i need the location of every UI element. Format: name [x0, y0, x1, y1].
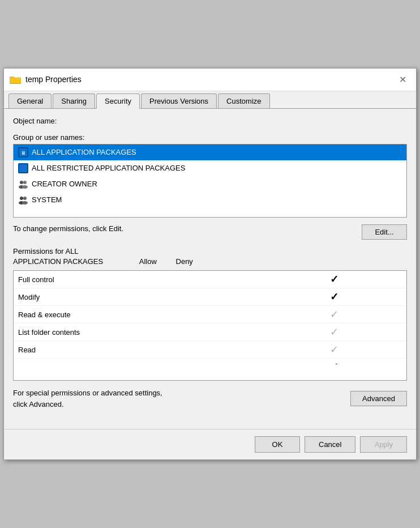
change-permissions-text: To change permissions, click Edit.	[13, 224, 362, 233]
user-item-system[interactable]: SYSTEM	[14, 192, 406, 208]
perm-name-read-execute: Read & execute	[18, 310, 311, 319]
deny-col-header: Deny	[176, 257, 193, 266]
user-item-all-restricted[interactable]: ALL RESTRICTED APPLICATION PACKAGES	[14, 160, 406, 176]
object-name-label: Object name:	[13, 117, 407, 125]
perm-name-list-folder: List folder contents	[18, 328, 311, 337]
special-perms-text: For special permissions or advanced sett…	[13, 388, 345, 410]
perm-row-list-folder: List folder contents ✓	[14, 323, 406, 341]
change-permissions-row: To change permissions, click Edit. Edit.…	[13, 224, 407, 240]
cancel-button[interactable]: Cancel	[305, 436, 355, 453]
user-item-creator-owner[interactable]: CREATOR OWNER	[14, 176, 406, 192]
svg-point-16	[22, 201, 28, 205]
users-list-container: 🖥 ALL APPLICATION PACKAGES ALL RESTRICTE…	[13, 144, 407, 218]
title-bar: temp Properties ✕	[4, 69, 416, 91]
people-icon-1	[18, 179, 28, 189]
close-button[interactable]: ✕	[395, 71, 410, 87]
perm-name-full-control: Full control	[18, 275, 311, 284]
user-label-3: CREATOR OWNER	[32, 180, 97, 188]
perm-name-modify: Modify	[18, 293, 311, 301]
edit-button[interactable]: Edit...	[362, 224, 407, 240]
dialog-footer: OK Cancel Apply	[4, 429, 416, 459]
folder-icon	[10, 75, 21, 84]
svg-text:🖥: 🖥	[21, 150, 26, 156]
perm-name-write: Write	[18, 363, 311, 365]
perm-allow-read: ✓	[311, 343, 357, 356]
tab-previous-versions[interactable]: Previous Versions	[141, 93, 217, 108]
user-label-4: SYSTEM	[32, 195, 62, 204]
perm-allow-full-control: ✓	[311, 273, 357, 286]
svg-point-13	[20, 197, 23, 200]
tab-security[interactable]: Security	[96, 93, 140, 109]
apply-button[interactable]: Apply	[360, 436, 407, 453]
perm-allow-read-execute: ✓	[311, 308, 357, 321]
svg-point-14	[23, 197, 27, 200]
people-icon-2	[18, 195, 28, 205]
group-users-label: Group or user names:	[13, 133, 407, 142]
dialog-window: temp Properties ✕ General Sharing Securi…	[3, 68, 417, 460]
ok-button[interactable]: OK	[255, 436, 300, 453]
network-group-icon-2	[18, 163, 28, 173]
svg-point-9	[20, 181, 23, 184]
permissions-list[interactable]: Full control ✓ Modify ✓ Read & execute ✓	[14, 271, 406, 364]
perm-row-read: Read ✓	[14, 341, 406, 359]
perm-allow-modify: ✓	[311, 291, 357, 303]
special-perms-row: For special permissions or advanced sett…	[13, 388, 407, 410]
user-label-1: ALL APPLICATION PACKAGES	[32, 148, 136, 156]
tab-customize[interactable]: Customize	[218, 93, 269, 108]
permissions-for-label: Permissions for ALL APPLICATION PACKAGES…	[13, 246, 407, 267]
network-group-icon-1: 🖥	[18, 147, 28, 157]
svg-point-10	[23, 181, 27, 184]
tab-sharing[interactable]: Sharing	[53, 93, 95, 108]
perm-row-full-control: Full control ✓	[14, 271, 406, 288]
svg-rect-2	[10, 78, 21, 83]
horizontal-scrollbar[interactable]: ❮ ❯	[14, 217, 406, 218]
object-name-row: Object name:	[13, 117, 407, 125]
title-text: temp Properties	[25, 75, 82, 84]
title-bar-left: temp Properties	[10, 75, 82, 84]
svg-point-12	[22, 185, 28, 189]
user-label-2: ALL RESTRICTED APPLICATION PACKAGES	[32, 164, 185, 172]
perm-name-read: Read	[18, 346, 311, 354]
perm-row-read-execute: Read & execute ✓	[14, 306, 406, 323]
users-list[interactable]: 🖥 ALL APPLICATION PACKAGES ALL RESTRICTE…	[14, 144, 406, 217]
perm-row-modify: Modify ✓	[14, 288, 406, 306]
tabs-bar: General Sharing Security Previous Versio…	[4, 91, 416, 109]
tab-general[interactable]: General	[8, 93, 52, 108]
user-item-all-app-packages[interactable]: 🖥 ALL APPLICATION PACKAGES	[14, 144, 406, 160]
perm-row-write: Write ✓	[14, 359, 406, 364]
permissions-table: Full control ✓ Modify ✓ Read & execute ✓	[13, 270, 407, 381]
advanced-button[interactable]: Advanced	[350, 391, 407, 406]
svg-rect-8	[19, 164, 27, 172]
security-tab-content: Object name: Group or user names: 🖥 ALL …	[4, 109, 416, 418]
allow-col-header: Allow	[139, 257, 157, 267]
perm-allow-write: ✓	[311, 361, 357, 364]
perm-allow-list-folder: ✓	[311, 326, 357, 338]
